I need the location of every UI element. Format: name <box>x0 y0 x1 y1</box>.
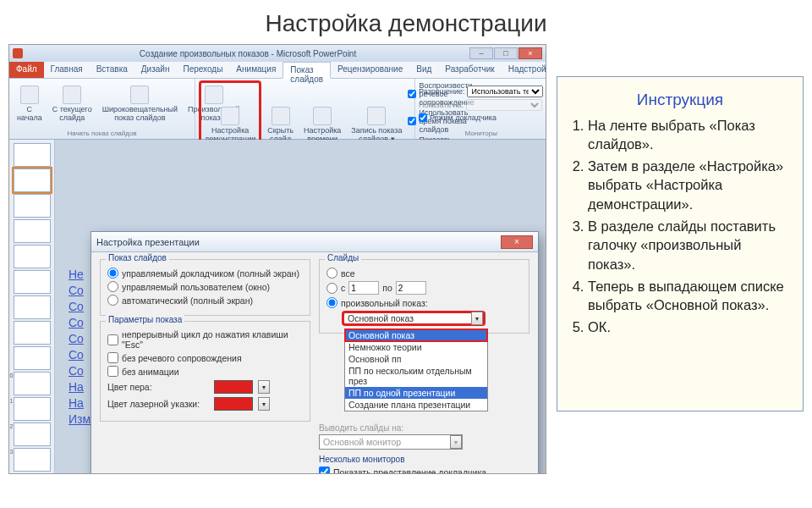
slide-thumb[interactable]: 3 <box>14 194 51 218</box>
multi-monitor-label: Несколько мониторов <box>319 455 529 464</box>
instruction-step: Затем в разделе «Настройка» выбрать «Нас… <box>588 157 789 213</box>
play-current-icon <box>63 86 81 104</box>
from-current-button[interactable]: С текущего слайда <box>48 80 96 128</box>
window-title: Создание произвольных показов - Microsof… <box>26 49 469 58</box>
instruction-header: Инструкция <box>571 89 789 111</box>
chevron-down-icon[interactable]: ▾ <box>471 312 483 325</box>
tab-home[interactable]: Главная <box>44 62 90 78</box>
app-icon <box>13 48 23 58</box>
broadcast-icon <box>130 86 149 104</box>
close-button[interactable]: × <box>518 47 542 59</box>
radio-custom-show[interactable]: произвольный показ: <box>326 297 522 308</box>
play-icon <box>20 86 39 104</box>
clock-icon <box>313 107 332 125</box>
radio-all-slides[interactable]: все <box>326 268 522 279</box>
broadcast-button[interactable]: Широковещательный показ слайдов <box>98 80 182 128</box>
tab-transitions[interactable]: Переходы <box>176 62 229 78</box>
show-on-select <box>466 99 542 111</box>
tab-addins[interactable]: Надстройки <box>502 62 546 78</box>
advance-label: Выводить слайды на: <box>319 423 529 433</box>
slide-thumb[interactable]: 8 <box>14 321 51 345</box>
check-loop[interactable]: непрерывный цикл до нажатия клавиши "Esc… <box>107 329 303 350</box>
slide-thumbnails[interactable]: 123456789101112131415 <box>9 140 55 473</box>
tab-review[interactable]: Рецензирование <box>331 62 409 78</box>
tab-file[interactable]: Файл <box>9 62 44 78</box>
option-multi[interactable]: ПП по нескольким отдельным през <box>345 365 487 387</box>
record-icon <box>367 107 386 125</box>
slide-thumb[interactable]: 12 <box>14 422 51 446</box>
check-presenter-view[interactable]: Режим докладчика <box>419 113 543 123</box>
group-show-type: Показ слайдов управляемый докладчиком (п… <box>100 259 310 316</box>
group-label-monitors: Мониторы <box>419 128 543 137</box>
option-single[interactable]: ПП по одной презентации <box>345 387 487 399</box>
pen-color-swatch[interactable] <box>214 380 253 394</box>
setup-icon <box>221 107 239 125</box>
check-presenter[interactable]: Показать представление докладчика <box>319 467 529 474</box>
option-theory[interactable]: Немножко теории <box>345 341 487 353</box>
pen-color-dropdown[interactable]: ▾ <box>258 380 270 394</box>
slide-thumb[interactable]: 7 <box>14 295 51 319</box>
tab-insert[interactable]: Вставка <box>90 62 134 78</box>
from-spin[interactable] <box>348 281 379 295</box>
tab-slideshow[interactable]: Показ слайдов <box>283 62 331 79</box>
tab-view[interactable]: Вид <box>409 62 438 78</box>
slide-thumb[interactable]: 13 <box>14 448 51 472</box>
pen-color-row: Цвет пера:▾ <box>107 380 303 394</box>
laser-color-dropdown[interactable]: ▾ <box>258 397 270 411</box>
option-mainpp[interactable]: Основной пп <box>345 353 487 365</box>
check-no-narration[interactable]: без речевого сопровождения <box>107 352 303 363</box>
dialog-titlebar: Настройка презентации × <box>91 232 538 252</box>
instruction-step: На ленте выбрать «Показ слайдов». <box>588 116 789 154</box>
dialog-close-button[interactable]: × <box>501 235 533 249</box>
monitor-combo: Основной монитор▾ <box>319 434 463 450</box>
slide-thumb[interactable]: 10 <box>14 372 51 395</box>
ribbon-body: С начала С текущего слайда Широковещател… <box>9 79 546 140</box>
slide-thumb[interactable]: 5 <box>14 245 51 268</box>
hide-icon <box>272 107 290 125</box>
setup-show-dialog: Настройка презентации × Показ слайдов уп… <box>91 231 539 474</box>
custom-show-dropdown[interactable]: Основной показ Немножко теории Основной … <box>344 329 488 411</box>
option-main[interactable]: Основной показ <box>345 329 487 341</box>
slide-thumb[interactable]: 2 <box>14 168 51 192</box>
instruction-step: В разделе слайды поставить галочку «прои… <box>588 217 789 273</box>
radio-range-slides[interactable]: спо <box>326 281 522 295</box>
group-label-start: Начать показ слайдов <box>13 128 191 137</box>
laser-color-swatch[interactable] <box>214 397 253 411</box>
slide-thumb[interactable]: 1 <box>14 143 51 167</box>
slide-thumb[interactable]: 6 <box>14 270 51 294</box>
radio-individual[interactable]: управляемый пользователем (окно) <box>107 281 303 292</box>
slide-thumb[interactable]: 11 <box>14 397 51 421</box>
instruction-panel: Инструкция На ленте выбрать «Показ слайд… <box>557 76 804 411</box>
to-spin[interactable] <box>396 281 426 295</box>
page-title: Настройка демонстрации <box>0 0 812 44</box>
group-show-options: Параметры показа непрерывный цикл до наж… <box>100 321 310 422</box>
tab-design[interactable]: Дизайн <box>134 62 177 78</box>
instruction-step: ОК. <box>588 318 789 336</box>
window-titlebar: Создание произвольных показов - Microsof… <box>9 45 546 62</box>
option-plan[interactable]: Создание плана презентации <box>345 399 487 411</box>
instruction-step: Теперь в выпадающем списке выбрать «Осно… <box>588 277 789 315</box>
laser-color-row: Цвет лазерной указки:▾ <box>107 397 303 411</box>
resolution-select[interactable]: Использовать теку… <box>467 86 543 97</box>
check-no-animation[interactable]: без анимации <box>107 366 303 377</box>
minimize-button[interactable]: – <box>469 47 493 59</box>
from-beginning-button[interactable]: С начала <box>13 80 47 128</box>
slide-thumb[interactable]: 4 <box>14 219 51 243</box>
show-on-row: Показать на: <box>419 99 543 111</box>
ribbon-tabs: Файл Главная Вставка Дизайн Переходы Ани… <box>9 62 546 79</box>
radio-speaker[interactable]: управляемый докладчиком (полный экран) <box>107 268 303 279</box>
slide-thumb[interactable]: 9 <box>14 346 51 370</box>
group-slides: Слайды все спо произвольный показ: Основ… <box>319 259 529 334</box>
powerpoint-window: Создание произвольных показов - Microsof… <box>8 44 546 474</box>
tab-animations[interactable]: Анимация <box>229 62 283 78</box>
tab-developer[interactable]: Разработчик <box>438 62 501 78</box>
dialog-title: Настройка презентации <box>96 237 200 247</box>
maximize-button[interactable]: □ <box>494 47 518 59</box>
custom-show-combo[interactable]: Основной показ▾ Основной показ Немножко … <box>342 311 486 326</box>
radio-kiosk[interactable]: автоматический (полный экран) <box>107 295 303 306</box>
resolution-row: Разрешение:Использовать теку… <box>419 86 543 97</box>
